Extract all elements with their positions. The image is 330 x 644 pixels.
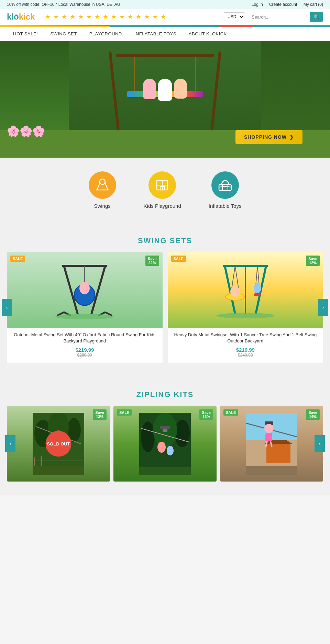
cart-link[interactable]: My cart (0) (304, 2, 323, 7)
swing-sets-title: SWING SETS (7, 223, 323, 252)
star-icon: ★ (152, 13, 158, 21)
svg-point-16 (79, 282, 90, 294)
badge-sale-zip2: SALE (117, 409, 132, 416)
category-kids-playground[interactable]: Kids Playground (144, 171, 181, 209)
star-icon: ★ (111, 13, 117, 21)
svg-rect-64 (265, 433, 272, 441)
badge-sale-2: SALE (171, 256, 186, 262)
svg-rect-43 (33, 466, 84, 475)
swing-post-left (109, 52, 120, 131)
create-account-link[interactable]: Create account (269, 2, 297, 7)
zipling-grid: ‹ (7, 406, 323, 482)
nav-item-inflatable-toys[interactable]: INFLATABLE TOYS (128, 27, 183, 41)
stars-decoration: ★ ★ ★ ★ ★ ★ ★ ★ ★ ★ ★ ★ ★ ★ ★ (42, 13, 224, 21)
shopping-now-button[interactable]: SHOPPING NOW ❯ (235, 130, 302, 144)
header-right: USD AUD EUR 🔍 (224, 12, 323, 22)
site-logo[interactable]: klōkick (7, 12, 35, 22)
zipling-card-3: SALE Save14% (220, 406, 323, 482)
swing-top-bar (116, 54, 214, 57)
badge-save-2: Save12% (306, 256, 320, 266)
svg-point-63 (264, 424, 273, 433)
nav-item-swing-set[interactable]: SWING SET (44, 27, 83, 41)
svg-rect-53 (163, 429, 167, 432)
product-price-swing2: $219.99 (173, 347, 318, 353)
product-card-swing1: SALE Save22% Outdoor Metal Swing Set Wit… (7, 252, 163, 363)
swing-rope-right (195, 57, 196, 91)
swing-next-button[interactable]: › (318, 299, 328, 316)
swings-label: Swings (94, 203, 110, 209)
product-image-swing2 (168, 252, 323, 328)
announcement-bar: 10% off with code: OFF10 * Local Warehou… (0, 0, 330, 9)
playground-label: Kids Playground (144, 203, 181, 209)
announcement-text: 10% off with code: OFF10 * Local Warehou… (7, 2, 120, 7)
svg-point-34 (216, 313, 275, 318)
svg-rect-58 (266, 444, 290, 463)
svg-point-0 (100, 179, 105, 184)
swing-rope-left (134, 57, 135, 91)
star-icon: ★ (161, 13, 166, 21)
product-title-swing1: Outdoor Metal Swing Set With 40" Oxford … (12, 332, 157, 344)
product-title-swing2: Heavy Duty Metal Swingset With 1 Saucer … (173, 332, 318, 344)
zipling-card-2: SALE Save13% (113, 406, 217, 482)
progress-bar-teal2 (253, 26, 330, 27)
star-icon: ★ (86, 13, 92, 21)
product-price-swing1: $219.99 (12, 347, 157, 353)
svg-rect-56 (139, 467, 191, 475)
main-navigation: HOT SALE! SWING SET PLAYGROUND INFLATABL… (0, 27, 330, 41)
svg-point-54 (157, 442, 166, 453)
child-3 (174, 79, 187, 99)
header-account-links: Log in Create account My cart (0) (246, 2, 323, 7)
swing-post-right (210, 52, 221, 131)
badge-save-zip2: Save13% (199, 409, 213, 420)
star-icon: ★ (53, 13, 59, 21)
svg-point-33 (254, 283, 261, 293)
hero-flowers: 🌸🌸🌸 (7, 125, 45, 137)
sold-out-badge-1: SOLD OUT (46, 431, 72, 457)
svg-point-49 (175, 420, 190, 447)
star-icon: ★ (45, 13, 51, 21)
login-link[interactable]: Log in (252, 2, 263, 7)
svg-point-32 (230, 286, 240, 297)
svg-line-1 (97, 182, 100, 190)
playground-icon-circle (148, 171, 176, 199)
nav-item-about[interactable]: ABOUT KLOKICK (183, 27, 233, 41)
inflatable-icon-circle (211, 171, 239, 199)
star-icon: ★ (78, 13, 84, 21)
star-icon: ★ (70, 13, 75, 21)
star-icon: ★ (62, 13, 67, 21)
star-icon: ★ (119, 13, 125, 21)
children-group (143, 79, 187, 101)
search-bar: 🔍 (248, 12, 323, 22)
svg-point-21 (55, 314, 114, 319)
badge-sale-1: SALE (10, 256, 25, 262)
hero-banner: 🌸🌸🌸 SHOPPING NOW ❯ (0, 41, 330, 158)
zipling-next-button[interactable]: › (315, 435, 325, 452)
product-card-swing2: SALE Save12% Heavy Duty Metal Swingset W… (168, 252, 323, 363)
playground-svg (155, 178, 170, 193)
swing-prev-button[interactable]: ‹ (2, 299, 12, 316)
category-inflatable-toys[interactable]: Inflatable Toys (209, 171, 242, 209)
svg-line-2 (104, 182, 108, 190)
currency-selector[interactable]: USD AUD EUR (224, 12, 244, 21)
nav-item-hot-sale[interactable]: HOT SALE! (7, 27, 44, 41)
zipling-title: ZIPLING KITS (7, 376, 323, 406)
child-2 (158, 79, 172, 101)
svg-rect-29 (254, 293, 261, 296)
swing-sets-section: SWING SETS ‹ (0, 223, 330, 376)
swing2-product-svg (214, 259, 276, 321)
star-icon: ★ (128, 13, 133, 21)
nav-item-playground[interactable]: PLAYGROUND (83, 27, 128, 41)
zip2-svg (139, 413, 191, 475)
svg-rect-67 (246, 466, 297, 475)
product-original-swing2: $249.99 (173, 353, 318, 358)
svg-point-48 (141, 421, 155, 452)
category-swings[interactable]: Swings (89, 171, 116, 209)
zipling-prev-button[interactable]: ‹ (5, 435, 15, 452)
swing-frame-scene (107, 51, 223, 147)
search-button[interactable]: 🔍 (310, 12, 323, 22)
zipling-card-1: SOLD OUT Save13% (7, 406, 110, 482)
zip3-svg (246, 413, 297, 475)
search-input[interactable] (248, 12, 310, 22)
star-icon: ★ (95, 13, 100, 21)
zipling-section: ZIPLING KITS ‹ (0, 376, 330, 495)
